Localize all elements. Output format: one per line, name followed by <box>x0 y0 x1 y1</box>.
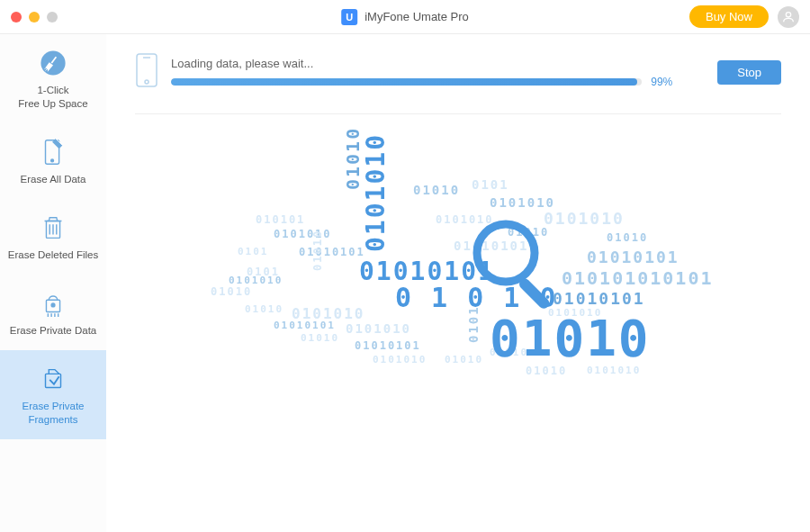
sidebar-item-label: Erase Deleted Files <box>8 248 98 262</box>
close-window-button[interactable] <box>11 12 22 23</box>
progress-fill <box>171 78 637 86</box>
titlebar-center: U iMyFone Umate Pro <box>341 9 469 25</box>
fragments-icon <box>37 363 69 395</box>
sidebar-item-free-up-space[interactable]: 1-Click Free Up Space <box>0 34 106 123</box>
sidebar-item-erase-all-data[interactable]: Erase All Data <box>0 123 106 199</box>
sidebar-item-label: Erase Private Data <box>10 324 97 338</box>
sidebar-item-label: Erase All Data <box>21 173 86 186</box>
main: 1-Click Free Up Space Erase All Data <box>0 34 810 532</box>
sidebar-item-label: Erase Private Fragments <box>22 400 84 427</box>
loading-info: Loading data, please wait... 99% <box>171 57 678 88</box>
sidebar-item-erase-private-fragments[interactable]: Erase Private Fragments <box>0 350 106 439</box>
svg-rect-8 <box>137 54 157 86</box>
svg-point-3 <box>51 159 54 162</box>
svg-point-6 <box>51 303 55 307</box>
magnifier-icon <box>468 215 567 314</box>
sidebar-item-erase-private-data[interactable]: Erase Private Data <box>0 275 106 350</box>
user-avatar[interactable] <box>778 6 799 28</box>
progress-bar <box>171 78 642 86</box>
svg-point-1 <box>40 50 65 75</box>
maximize-window-button[interactable] <box>47 12 58 23</box>
buy-now-button[interactable]: Buy Now <box>689 5 769 28</box>
titlebar: U iMyFone Umate Pro Buy Now <box>0 0 810 34</box>
stop-button[interactable]: Stop <box>717 60 781 85</box>
svg-rect-12 <box>518 276 552 311</box>
sidebar-item-erase-deleted-files[interactable]: Erase Deleted Files <box>0 199 106 275</box>
minimize-window-button[interactable] <box>29 12 40 23</box>
svg-point-9 <box>145 80 148 84</box>
app-icon: U <box>341 9 357 25</box>
broom-icon <box>37 47 69 79</box>
titlebar-right: Buy Now <box>689 5 799 28</box>
lock-shred-icon <box>37 287 69 320</box>
phone-erase-icon <box>37 136 69 168</box>
binary-scan-illustration: 0101 01010 0101010 01010 010101 0101010 … <box>211 168 706 420</box>
phone-icon <box>135 52 158 92</box>
app-title: iMyFone Umate Pro <box>364 10 469 23</box>
user-icon <box>781 10 796 24</box>
svg-point-0 <box>786 12 790 16</box>
sidebar: 1-Click Free Up Space Erase All Data <box>0 34 106 532</box>
progress-row: 99% <box>171 76 678 88</box>
sidebar-item-label: 1-Click Free Up Space <box>18 84 87 111</box>
window-controls <box>11 12 58 23</box>
loading-text: Loading data, please wait... <box>171 57 678 70</box>
trash-icon <box>37 212 69 244</box>
loading-bar: Loading data, please wait... 99% Stop <box>135 52 781 114</box>
content-area: Loading data, please wait... 99% Stop 01… <box>106 34 810 532</box>
svg-rect-7 <box>46 374 61 387</box>
progress-percent: 99% <box>651 76 678 88</box>
svg-point-11 <box>477 224 535 282</box>
